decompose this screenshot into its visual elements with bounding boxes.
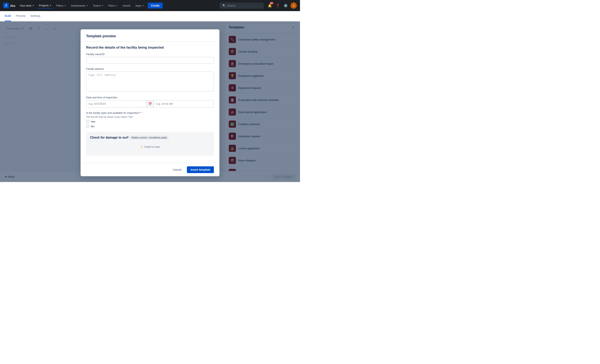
facility-open-label: Is the facility open and available for i…	[86, 111, 214, 114]
facility-name-field: Facility name/ID	[86, 53, 214, 64]
required-marker: *	[141, 111, 142, 114]
warning-icon: ⚠	[140, 145, 143, 149]
modal-header: Template preview	[81, 29, 219, 42]
date-input[interactable]	[86, 100, 146, 107]
modal-body: Record the details of the facility being…	[81, 42, 219, 163]
settings-button[interactable]: ⚙️	[282, 2, 289, 9]
facility-address-label: Facility address	[86, 67, 214, 70]
yes-no-radio-group: Yes No	[86, 120, 214, 128]
facility-address-field: Facility address	[86, 67, 214, 92]
chevron-down-icon: ▼	[86, 5, 88, 7]
tab-settings[interactable]: Settings	[30, 11, 40, 21]
main-area: Normal text ▼ B I … ≡ Form Build you... …	[0, 21, 300, 182]
date-time-row: 📅	[86, 100, 214, 108]
nav-icons: 🔔 9+ ❓ ⚙️ J	[267, 2, 297, 9]
template-preview-modal: Template preview Record the details of t…	[81, 29, 219, 176]
yes-radio[interactable]	[86, 120, 89, 123]
notification-badge: 9+	[270, 2, 273, 4]
nav-your-work[interactable]: Your work ▼	[18, 3, 36, 8]
failed-to-load: ⚠ Failed to load	[90, 142, 210, 152]
modal-section-title: Record the details of the facility being…	[86, 46, 214, 50]
nav-projects[interactable]: Projects ▼	[37, 3, 53, 9]
modal-title: Template preview	[86, 34, 116, 38]
chevron-down-icon: ▼	[32, 5, 34, 7]
chevron-down-icon: ▼	[49, 4, 51, 7]
nav-filters[interactable]: Filters ▼	[54, 3, 68, 8]
facility-name-input[interactable]	[86, 57, 214, 64]
chevron-down-icon: ▼	[64, 5, 66, 7]
search-icon: 🔍	[222, 4, 225, 7]
sub-navigation: Build Preview Settings	[0, 11, 300, 21]
avatar[interactable]: J	[291, 2, 297, 9]
cancel-button[interactable]: Cancel	[170, 166, 185, 173]
chevron-down-icon: ▼	[102, 5, 103, 7]
nav-logo[interactable]: Jira	[3, 3, 15, 8]
hidden-section-title: Check for damage to surf	[90, 136, 128, 139]
nav-dashboards[interactable]: Dashboards ▼	[69, 3, 90, 8]
tab-build[interactable]: Build	[5, 11, 11, 21]
top-navigation: Jira Your work ▼ Projects ▼ Filters ▼ Da…	[0, 0, 300, 11]
hidden-section: Check for damage to surf Hidden section …	[86, 132, 214, 156]
nav-teams[interactable]: Teams ▼	[91, 3, 105, 8]
notifications-button[interactable]: 🔔 9+	[267, 2, 273, 9]
nav-apps[interactable]: Apps ▼	[133, 3, 146, 8]
create-button[interactable]: Create	[148, 3, 163, 9]
insert-template-button[interactable]: Insert template	[187, 166, 214, 173]
facility-address-textarea[interactable]	[86, 72, 214, 91]
chevron-down-icon: ▼	[116, 5, 118, 7]
tab-preview[interactable]: Preview	[16, 11, 26, 21]
calendar-icon[interactable]: 📅	[146, 100, 154, 107]
nav-logo-text: Jira	[10, 4, 15, 7]
modal-footer: Cancel Insert template	[81, 163, 219, 176]
date-time-field: Date and time of inspection 📅	[86, 96, 214, 108]
nav-plans[interactable]: Plans ▼	[106, 3, 120, 8]
no-radio[interactable]	[86, 125, 89, 128]
chevron-down-icon: ▼	[142, 5, 144, 7]
hidden-section-header: Check for damage to surf Hidden section …	[90, 136, 210, 139]
hidden-badge: Hidden section - Conditions apply	[130, 136, 169, 139]
field-hint: The full will only be shown if you check…	[86, 116, 214, 118]
search-bar[interactable]: 🔍 Search	[220, 3, 263, 9]
help-button[interactable]: ❓	[275, 2, 281, 9]
yes-option[interactable]: Yes	[86, 120, 214, 123]
nav-assets[interactable]: Assets	[121, 3, 133, 8]
facility-name-label: Facility name/ID	[86, 53, 214, 56]
facility-open-field: Is the facility open and available for i…	[86, 111, 214, 128]
time-input[interactable]	[154, 100, 214, 107]
modal-overlay: Template preview Record the details of t…	[0, 21, 300, 182]
date-time-label: Date and time of inspection	[86, 96, 214, 99]
no-option[interactable]: No	[86, 125, 214, 128]
